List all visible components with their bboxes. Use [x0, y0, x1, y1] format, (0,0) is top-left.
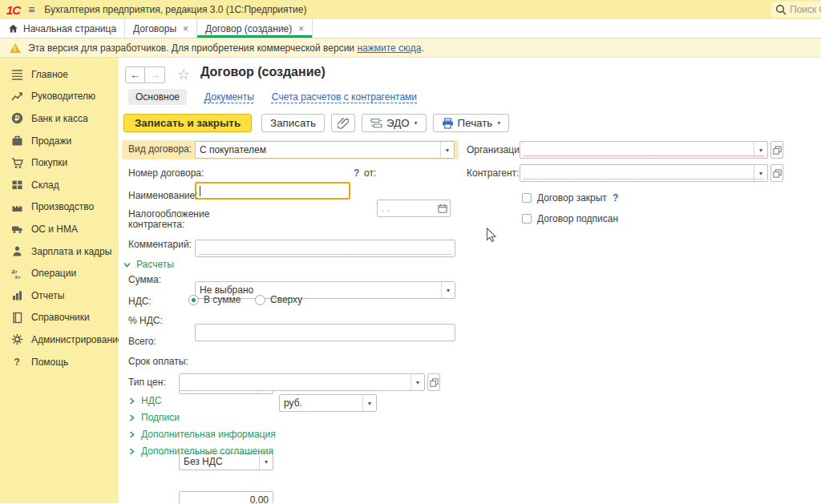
nds-radio-vsumme[interactable]: В сумме [188, 294, 241, 305]
date-input[interactable]: . . [377, 200, 451, 217]
save-button[interactable]: Записать [261, 114, 325, 132]
history-nav: ← → [125, 67, 165, 83]
radio-selected[interactable] [188, 295, 199, 305]
back-button[interactable]: ← [125, 67, 145, 83]
sidebar-item-os-nma[interactable]: ОС и НМА [0, 218, 119, 240]
favorite-star-icon[interactable]: ☆ [177, 66, 190, 83]
tab-dogovor-sozdanie[interactable]: Договор (создание) × [197, 19, 313, 38]
tab-label: Договор (создание) [205, 23, 292, 34]
edo-button[interactable]: ЭДО ▾ [362, 114, 427, 132]
sidebar: Главное Руководителю ₽ Банк и касса Прод… [0, 58, 119, 503]
sidebar-item-proizvodstvo[interactable]: Производство [0, 196, 119, 219]
open-form-button[interactable] [770, 141, 783, 159]
main-menu-icon[interactable]: ≡ [28, 3, 34, 16]
chevron-down-icon[interactable]: ▾ [754, 142, 767, 158]
tip-cen-label: Тип цен: [128, 377, 166, 388]
kontragent-label: Контрагент: [467, 167, 519, 179]
nomer-help-icon[interactable]: ? [354, 167, 359, 179]
sidebar-label: Банк и касса [31, 113, 88, 124]
currency-combo[interactable]: руб. ▾ [279, 394, 377, 412]
mouse-cursor [486, 228, 498, 244]
open-form-button[interactable] [427, 373, 440, 391]
radio-unselected[interactable] [255, 295, 265, 305]
organizaciya-label: Организация: [467, 144, 528, 155]
svg-text:Дт: Дт [12, 268, 18, 273]
print-button[interactable]: Печать ▾ [433, 114, 510, 132]
section-raschety[interactable]: Расчеты [123, 259, 174, 270]
pct-nds-label: % НДС: [128, 315, 163, 326]
sidebar-label: Справочники [31, 312, 90, 323]
nav-tab-osnovnoe[interactable]: Основное [128, 89, 187, 105]
sidebar-item-administrirovanie[interactable]: Администрирование [0, 329, 119, 351]
dev-version-banner: ! Эта версия для разработчиков. Для прио… [0, 38, 821, 58]
vid-dogovora-label: Вид договора: [128, 143, 192, 155]
chevron-down-icon[interactable]: ▾ [440, 142, 454, 158]
dogovor-podpisan-row: Договор подписан [522, 213, 618, 224]
sidebar-label: Отчеты [31, 290, 64, 301]
sidebar-item-spravochniki[interactable]: Справочники [0, 307, 119, 329]
dogovor-zakryt-row: Договор закрыт ? [522, 192, 618, 204]
chevron-down-icon[interactable]: ▾ [410, 374, 424, 390]
open-link-icon [773, 146, 782, 155]
open-form-button[interactable] [770, 164, 783, 182]
summa-label: Сумма: [128, 274, 161, 285]
organizaciya-input[interactable]: ▾ [520, 141, 768, 159]
dt-kt-icon: ДтКт [11, 268, 23, 280]
form-nav: Основное Документы Счета расчетов с конт… [128, 89, 417, 105]
sidebar-item-pomosch[interactable]: ? Помощь [0, 351, 119, 373]
print-label: Печать [458, 117, 493, 129]
nomer-input[interactable] [195, 182, 350, 200]
buy-commercial-link[interactable]: нажмите сюда [357, 42, 421, 54]
sidebar-item-bank-kassa[interactable]: ₽ Банк и касса [0, 107, 119, 130]
sidebar-item-otchety[interactable]: Отчеты [0, 284, 119, 307]
kontragent-input[interactable]: ▾ [520, 164, 768, 182]
window-tabbar: Начальная страница Договоры × Договор (с… [0, 19, 821, 38]
ot-label: от: [364, 167, 376, 179]
chevron-down-icon[interactable]: ▾ [754, 165, 767, 181]
cart-icon [11, 157, 23, 169]
nav-tab-scheta[interactable]: Счета расчетов с контрагентами [272, 91, 417, 103]
attachments-button[interactable] [331, 114, 355, 132]
sidebar-item-pokupki[interactable]: Покупки [0, 151, 119, 174]
chevron-right-icon [127, 413, 136, 422]
factory-icon [11, 201, 23, 213]
section-dop-soglasheniya[interactable]: Дополнительные соглашения [127, 446, 273, 457]
chevron-down-icon[interactable]: ▾ [362, 395, 376, 411]
save-close-button[interactable]: Записать и закрыть [123, 114, 252, 132]
sidebar-item-prodazhi[interactable]: Продажи [0, 130, 119, 152]
section-dop-informaciya[interactable]: Дополнительная информация [127, 429, 276, 440]
ruble-circle-icon: ₽ [11, 112, 23, 124]
calendar-icon[interactable] [435, 200, 450, 216]
gear-icon [11, 333, 23, 345]
bar-chart-icon [11, 289, 23, 301]
dogovor-zakryt-checkbox[interactable] [522, 193, 532, 203]
naimenovanie-input[interactable] [195, 240, 455, 257]
sidebar-item-sklad[interactable]: Склад [0, 174, 119, 196]
tab-home[interactable]: Начальная страница [0, 19, 125, 38]
nds-radio-sverhu[interactable]: Сверху [255, 294, 302, 305]
sidebar-item-operacii[interactable]: ДтКт Операции [0, 262, 119, 284]
sidebar-item-zarplata-kadry[interactable]: Зарплата и кадры [0, 240, 119, 263]
section-podpisi[interactable]: Подписи [127, 412, 180, 423]
chevron-down-icon[interactable]: ▾ [441, 282, 455, 298]
sidebar-item-rukovoditelyu[interactable]: Руководителю [0, 86, 119, 108]
vsego-input[interactable]: 0,00 [179, 491, 273, 503]
search-icon [775, 4, 787, 15]
sidebar-item-glavnoe[interactable]: Главное [0, 63, 119, 86]
zakryt-help-icon[interactable]: ? [613, 192, 618, 204]
section-nds[interactable]: НДС [127, 395, 161, 406]
close-icon[interactable]: × [183, 23, 188, 34]
global-search-input[interactable]: Поиск Ctrl+F [771, 2, 821, 18]
form-toolbar: Записать и закрыть Записать ЭДО ▾ Печать… [123, 114, 509, 132]
kommentariy-input[interactable] [195, 324, 455, 341]
sidebar-label: Администрирование [31, 334, 123, 345]
dogovor-podpisan-checkbox[interactable] [522, 214, 532, 224]
close-icon[interactable]: × [298, 23, 304, 34]
vid-dogovora-combo[interactable]: С покупателем ▾ [195, 141, 455, 159]
warning-text: Эта версия для разработчиков. Для приобр… [28, 42, 424, 54]
nav-tab-dokumenty[interactable]: Документы [204, 91, 254, 103]
tab-dogovory[interactable]: Договоры × [125, 19, 197, 38]
chevron-right-icon [127, 447, 136, 456]
tip-cen-input[interactable]: ▾ [179, 373, 425, 391]
forward-button[interactable]: → [145, 67, 165, 83]
